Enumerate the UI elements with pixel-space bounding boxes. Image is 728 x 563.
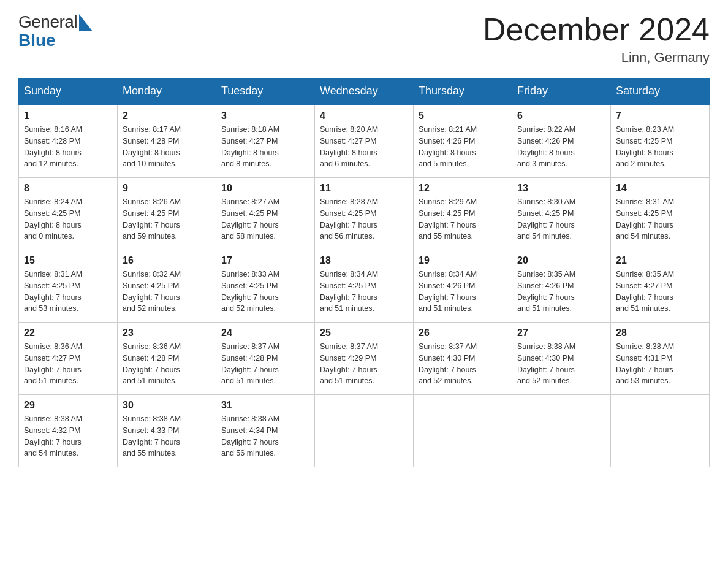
day-info: Sunrise: 8:32 AM Sunset: 4:25 PM Dayligh… (123, 269, 211, 315)
day-info: Sunrise: 8:18 AM Sunset: 4:27 PM Dayligh… (221, 124, 309, 170)
day-number: 2 (123, 110, 211, 121)
calendar-day-cell: 29 Sunrise: 8:38 AM Sunset: 4:32 PM Dayl… (19, 395, 118, 467)
logo-area: General Blue (18, 12, 93, 50)
calendar-title: December 2024 (483, 12, 710, 47)
calendar-day-cell (611, 395, 710, 467)
location-subtitle: Linn, Germany (483, 50, 710, 66)
weekday-header-row: SundayMondayTuesdayWednesdayThursdayFrid… (19, 79, 710, 105)
day-info: Sunrise: 8:38 AM Sunset: 4:32 PM Dayligh… (24, 413, 112, 459)
day-number: 10 (221, 183, 309, 194)
calendar-day-cell: 7 Sunrise: 8:23 AM Sunset: 4:25 PM Dayli… (611, 105, 710, 178)
calendar-day-cell: 20 Sunrise: 8:35 AM Sunset: 4:26 PM Dayl… (512, 250, 611, 323)
day-info: Sunrise: 8:37 AM Sunset: 4:29 PM Dayligh… (320, 341, 408, 387)
day-number: 5 (419, 110, 507, 121)
weekday-header-saturday: Saturday (611, 79, 710, 105)
calendar-week-row: 29 Sunrise: 8:38 AM Sunset: 4:32 PM Dayl… (19, 395, 710, 467)
day-number: 22 (24, 327, 112, 339)
calendar-body: 1 Sunrise: 8:16 AM Sunset: 4:28 PM Dayli… (19, 105, 710, 467)
day-number: 12 (419, 183, 507, 194)
day-info: Sunrise: 8:38 AM Sunset: 4:33 PM Dayligh… (123, 413, 211, 459)
day-info: Sunrise: 8:20 AM Sunset: 4:27 PM Dayligh… (320, 124, 408, 170)
calendar-day-cell: 14 Sunrise: 8:31 AM Sunset: 4:25 PM Dayl… (611, 178, 710, 250)
day-number: 8 (24, 183, 112, 194)
day-info: Sunrise: 8:36 AM Sunset: 4:27 PM Dayligh… (24, 341, 112, 387)
day-info: Sunrise: 8:34 AM Sunset: 4:25 PM Dayligh… (320, 269, 408, 315)
weekday-header-friday: Friday (512, 79, 611, 105)
weekday-header-monday: Monday (118, 79, 216, 105)
day-info: Sunrise: 8:29 AM Sunset: 4:25 PM Dayligh… (419, 196, 507, 242)
calendar-day-cell: 5 Sunrise: 8:21 AM Sunset: 4:26 PM Dayli… (414, 105, 512, 178)
calendar-table: SundayMondayTuesdayWednesdayThursdayFrid… (18, 78, 710, 467)
day-info: Sunrise: 8:36 AM Sunset: 4:28 PM Dayligh… (123, 341, 211, 387)
calendar-day-cell: 6 Sunrise: 8:22 AM Sunset: 4:26 PM Dayli… (512, 105, 611, 178)
day-info: Sunrise: 8:30 AM Sunset: 4:25 PM Dayligh… (517, 196, 605, 242)
logo-triangle-icon (79, 14, 93, 31)
logo-row: General (18, 12, 93, 32)
day-number: 9 (123, 183, 211, 194)
calendar-day-cell: 25 Sunrise: 8:37 AM Sunset: 4:29 PM Dayl… (315, 323, 414, 395)
day-number: 1 (24, 110, 112, 121)
day-info: Sunrise: 8:26 AM Sunset: 4:25 PM Dayligh… (123, 196, 211, 242)
calendar-day-cell: 30 Sunrise: 8:38 AM Sunset: 4:33 PM Dayl… (118, 395, 216, 467)
calendar-day-cell: 27 Sunrise: 8:38 AM Sunset: 4:30 PM Dayl… (512, 323, 611, 395)
day-number: 18 (320, 255, 408, 266)
calendar-day-cell: 18 Sunrise: 8:34 AM Sunset: 4:25 PM Dayl… (315, 250, 414, 323)
day-number: 21 (616, 255, 704, 266)
calendar-week-row: 8 Sunrise: 8:24 AM Sunset: 4:25 PM Dayli… (19, 178, 710, 250)
calendar-day-cell: 13 Sunrise: 8:30 AM Sunset: 4:25 PM Dayl… (512, 178, 611, 250)
calendar-day-cell: 23 Sunrise: 8:36 AM Sunset: 4:28 PM Dayl… (118, 323, 216, 395)
day-info: Sunrise: 8:17 AM Sunset: 4:28 PM Dayligh… (123, 124, 211, 170)
day-number: 23 (123, 327, 211, 339)
day-info: Sunrise: 8:28 AM Sunset: 4:25 PM Dayligh… (320, 196, 408, 242)
calendar-day-cell (414, 395, 512, 467)
calendar-header: SundayMondayTuesdayWednesdayThursdayFrid… (19, 79, 710, 105)
calendar-day-cell: 26 Sunrise: 8:37 AM Sunset: 4:30 PM Dayl… (414, 323, 512, 395)
calendar-day-cell: 28 Sunrise: 8:38 AM Sunset: 4:31 PM Dayl… (611, 323, 710, 395)
day-number: 16 (123, 255, 211, 266)
day-info: Sunrise: 8:37 AM Sunset: 4:30 PM Dayligh… (419, 341, 507, 387)
calendar-day-cell: 2 Sunrise: 8:17 AM Sunset: 4:28 PM Dayli… (118, 105, 216, 178)
day-number: 11 (320, 183, 408, 194)
day-info: Sunrise: 8:21 AM Sunset: 4:26 PM Dayligh… (419, 124, 507, 170)
header: General Blue December 2024 Linn, Germany (18, 12, 710, 66)
day-info: Sunrise: 8:38 AM Sunset: 4:30 PM Dayligh… (517, 341, 605, 387)
logo-general-text: General (18, 12, 77, 32)
day-info: Sunrise: 8:33 AM Sunset: 4:25 PM Dayligh… (221, 269, 309, 315)
calendar-day-cell: 4 Sunrise: 8:20 AM Sunset: 4:27 PM Dayli… (315, 105, 414, 178)
calendar-day-cell: 17 Sunrise: 8:33 AM Sunset: 4:25 PM Dayl… (216, 250, 315, 323)
day-number: 30 (123, 400, 211, 411)
calendar-day-cell: 3 Sunrise: 8:18 AM Sunset: 4:27 PM Dayli… (216, 105, 315, 178)
logo-blue-text: Blue (18, 31, 56, 50)
day-info: Sunrise: 8:31 AM Sunset: 4:25 PM Dayligh… (24, 269, 112, 315)
day-number: 3 (221, 110, 309, 121)
day-number: 14 (616, 183, 704, 194)
calendar-day-cell: 19 Sunrise: 8:34 AM Sunset: 4:26 PM Dayl… (414, 250, 512, 323)
day-number: 31 (221, 400, 309, 411)
day-info: Sunrise: 8:22 AM Sunset: 4:26 PM Dayligh… (517, 124, 605, 170)
calendar-week-row: 22 Sunrise: 8:36 AM Sunset: 4:27 PM Dayl… (19, 323, 710, 395)
day-info: Sunrise: 8:16 AM Sunset: 4:28 PM Dayligh… (24, 124, 112, 170)
calendar-day-cell: 16 Sunrise: 8:32 AM Sunset: 4:25 PM Dayl… (118, 250, 216, 323)
calendar-day-cell: 15 Sunrise: 8:31 AM Sunset: 4:25 PM Dayl… (19, 250, 118, 323)
day-info: Sunrise: 8:38 AM Sunset: 4:34 PM Dayligh… (221, 413, 309, 459)
calendar-day-cell: 12 Sunrise: 8:29 AM Sunset: 4:25 PM Dayl… (414, 178, 512, 250)
calendar-day-cell: 21 Sunrise: 8:35 AM Sunset: 4:27 PM Dayl… (611, 250, 710, 323)
day-number: 25 (320, 327, 408, 339)
calendar-day-cell: 8 Sunrise: 8:24 AM Sunset: 4:25 PM Dayli… (19, 178, 118, 250)
day-info: Sunrise: 8:34 AM Sunset: 4:26 PM Dayligh… (419, 269, 507, 315)
day-number: 26 (419, 327, 507, 339)
logo-blue-line: Blue (18, 31, 56, 50)
day-number: 28 (616, 327, 704, 339)
calendar-day-cell: 11 Sunrise: 8:28 AM Sunset: 4:25 PM Dayl… (315, 178, 414, 250)
calendar-day-cell: 31 Sunrise: 8:38 AM Sunset: 4:34 PM Dayl… (216, 395, 315, 467)
calendar-day-cell (512, 395, 611, 467)
calendar-day-cell (315, 395, 414, 467)
calendar-week-row: 1 Sunrise: 8:16 AM Sunset: 4:28 PM Dayli… (19, 105, 710, 178)
day-number: 27 (517, 327, 605, 339)
calendar-day-cell: 9 Sunrise: 8:26 AM Sunset: 4:25 PM Dayli… (118, 178, 216, 250)
day-number: 13 (517, 183, 605, 194)
day-info: Sunrise: 8:35 AM Sunset: 4:27 PM Dayligh… (616, 269, 704, 315)
title-section: December 2024 Linn, Germany (483, 12, 710, 66)
day-number: 7 (616, 110, 704, 121)
day-number: 20 (517, 255, 605, 266)
